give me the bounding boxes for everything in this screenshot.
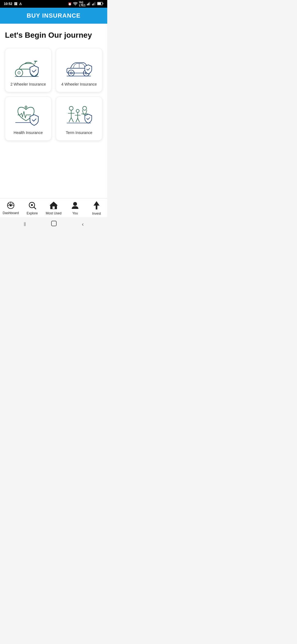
svg-rect-5 [92,4,93,5]
invest-label: Invest [92,212,101,215]
svg-point-0 [75,5,76,6]
svg-point-39 [82,106,86,110]
r-signal-icon [92,2,96,6]
nav-dashboard[interactable]: Dashboard [2,202,20,215]
explore-icon [28,201,36,210]
most-used-label: Most Used [46,211,61,215]
svg-line-32 [69,118,71,122]
battery-icon [97,2,103,6]
dashboard-icon [7,202,15,210]
photo-icon: 🖼 [14,2,17,6]
svg-rect-8 [95,2,95,6]
system-nav: ⦀ ‹ [0,217,107,232]
svg-point-13 [18,72,20,74]
recent-apps-button[interactable]: ⦀ [24,221,26,227]
four-wheeler-label: 4 Wheeler Insurance [61,82,97,86]
svg-rect-57 [51,221,56,226]
svg-marker-56 [94,201,100,209]
svg-point-34 [76,109,79,112]
nav-you[interactable]: You [66,201,84,215]
svg-rect-3 [89,3,89,6]
you-label: You [72,211,78,215]
health-label: Health Insurance [14,130,43,135]
insurance-grid: 2 Wheeler Insurance [5,48,102,141]
two-wheeler-label: 2 Wheeler Insurance [10,82,46,86]
back-button[interactable]: ‹ [82,221,84,227]
svg-point-51 [31,204,33,206]
nav-invest[interactable]: Invest [88,201,105,215]
term-card[interactable]: Term Insurance [56,97,102,141]
svg-rect-6 [93,3,94,5]
svg-rect-7 [94,3,94,6]
page-title: Let's Begin Our journey [5,30,102,40]
app-header: BUY INSURANCE [0,8,107,24]
two-wheeler-card[interactable]: 2 Wheeler Insurance [5,48,51,92]
nav-explore[interactable]: Explore [23,201,41,215]
svg-line-52 [34,207,36,209]
warning-icon: ⚠ [19,2,22,6]
four-wheeler-card[interactable]: 4 Wheeler Insurance [56,48,102,92]
svg-rect-54 [53,206,55,209]
svg-line-37 [76,118,78,122]
svg-line-38 [78,118,79,122]
svg-line-48 [12,204,13,204]
status-bar: 10:52 🖼 ⚠ ⏰ Vo)LTE1 [0,0,107,8]
dashboard-label: Dashboard [3,211,19,215]
explore-label: Explore [27,211,38,215]
alarm-icon: ⏰ [68,2,72,6]
signal-icon [87,2,91,6]
time-display: 10:52 [4,2,12,6]
status-left: 10:52 🖼 ⚠ [4,2,22,6]
term-label: Term Insurance [66,130,92,135]
bottom-nav: Dashboard Explore Most Used [0,198,107,217]
svg-line-33 [71,118,73,122]
wifi-icon [73,2,78,6]
svg-point-12 [15,69,23,77]
lte-icon: Vo)LTE1 [79,1,86,7]
you-icon [72,201,79,210]
svg-rect-11 [98,2,101,5]
svg-rect-10 [103,3,103,4]
svg-point-29 [69,106,73,110]
health-icon [13,102,43,127]
most-used-icon [50,201,58,210]
svg-rect-1 [87,4,87,5]
home-button[interactable] [51,220,57,228]
two-wheeler-icon [13,54,43,79]
svg-point-55 [73,202,77,206]
health-card[interactable]: Health Insurance [5,97,51,141]
main-content: Let's Begin Our journey [0,24,107,198]
svg-rect-2 [88,3,88,5]
invest-icon [94,201,100,211]
status-right: ⏰ Vo)LTE1 [68,1,103,7]
four-wheeler-icon [64,54,94,79]
svg-rect-4 [89,2,90,6]
term-icon [64,102,94,127]
nav-most-used[interactable]: Most Used [45,201,62,215]
header-title: BUY INSURANCE [6,12,102,19]
